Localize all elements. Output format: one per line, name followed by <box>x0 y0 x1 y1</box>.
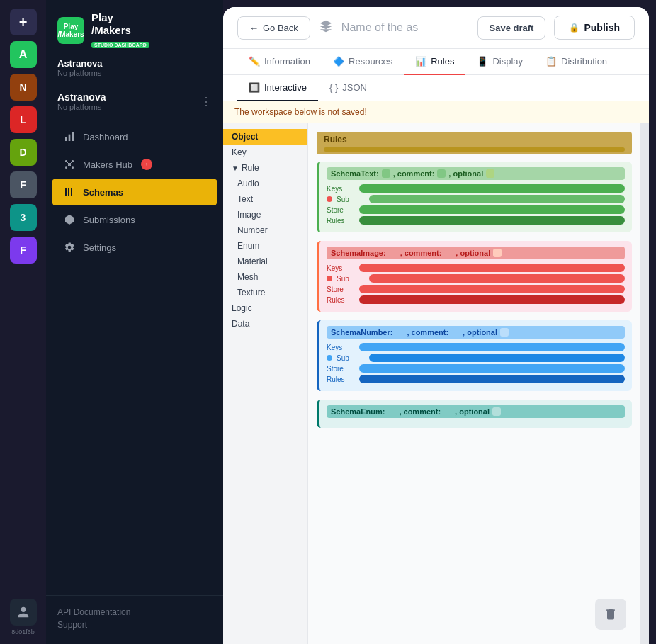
tree-label-mesh: Mesh <box>237 272 258 282</box>
schema-number-block: SchemaNumber: , comment: , optional Keys… <box>317 320 632 391</box>
text-keys-bar <box>359 184 625 193</box>
back-label: Go Back <box>263 23 298 33</box>
json-icon: { } <box>329 82 338 93</box>
sub-tab-json[interactable]: { } JSON <box>318 75 378 101</box>
rules-label: Rules <box>324 135 347 145</box>
tree-label-texture: Texture <box>237 288 265 298</box>
resource-icon: 🔷 <box>333 56 344 67</box>
tree-item-audio[interactable]: Audio <box>223 176 307 191</box>
tree-item-key[interactable]: Key <box>223 145 307 160</box>
support-link[interactable]: Support <box>57 620 212 630</box>
delete-button[interactable] <box>595 599 626 630</box>
avatar-f2[interactable]: F <box>10 237 37 264</box>
org-menu-button[interactable]: ⋮ <box>200 95 212 108</box>
tree-item-text[interactable]: Text <box>223 191 307 207</box>
warning-bar: The workspace below is not saved! <box>223 101 649 123</box>
enum-pill-3 <box>492 407 501 416</box>
tree-item-enum[interactable]: Enum <box>223 238 307 254</box>
display-icon: 📱 <box>477 56 488 67</box>
avatar-l[interactable]: L <box>10 106 37 133</box>
makers-hub-label: Makers Hub <box>83 159 132 170</box>
back-arrow-icon: ← <box>249 23 259 33</box>
number-sub-dot <box>327 355 332 361</box>
tree-item-data[interactable]: Data <box>223 316 307 332</box>
img-pill-3 <box>493 249 502 257</box>
sidebar-nav: Dashboard Makers Hub ! Schemas Submissio… <box>46 117 223 595</box>
tree-item-image[interactable]: Image <box>223 207 307 222</box>
svg-line-8 <box>66 161 69 164</box>
tree-item-mesh[interactable]: Mesh <box>223 269 307 285</box>
schemas-label: Schemas <box>83 187 123 198</box>
tree-item-object[interactable]: Object <box>223 129 307 145</box>
gear-icon <box>63 241 76 254</box>
text-keys-row: Keys <box>327 184 625 193</box>
text-pill-2 <box>437 169 446 178</box>
tab-display[interactable]: 📱 Display <box>465 49 534 75</box>
sidebar-item-makers-hub[interactable]: Makers Hub ! <box>52 151 217 178</box>
profile-button[interactable] <box>10 599 37 626</box>
sidebar-item-submissions[interactable]: Submissions <box>52 206 217 233</box>
text-store-bar <box>359 205 625 214</box>
tab-distribution[interactable]: 📋 Distribution <box>534 49 618 75</box>
svg-rect-0 <box>65 137 67 141</box>
tab-information[interactable]: ✏️ Information <box>237 49 322 75</box>
sidebar-item-dashboard[interactable]: Dashboard <box>52 123 217 150</box>
sidebar-item-schemas[interactable]: Schemas <box>52 179 217 205</box>
save-draft-button[interactable]: Save draft <box>477 16 546 40</box>
vertical-scrollbar[interactable] <box>640 123 649 644</box>
image-sub-dot <box>327 276 332 281</box>
api-docs-link[interactable]: API Documentation <box>57 607 212 617</box>
sidebar-item-settings[interactable]: Settings <box>52 234 217 261</box>
box-icon <box>63 213 76 226</box>
workspace-sub-label: No platforms <box>57 69 103 77</box>
text-pill-1 <box>382 169 390 178</box>
tree-arrow-rule: ▼ <box>232 164 239 172</box>
avatar-3[interactable]: 3 <box>10 204 37 231</box>
image-sub-row: Sub <box>327 274 625 283</box>
add-button[interactable]: + <box>10 9 37 35</box>
text-rules-bar <box>359 216 625 225</box>
back-button[interactable]: ← Go Back <box>237 16 310 40</box>
tree-label-material: Material <box>237 256 268 266</box>
avatar-n[interactable]: N <box>10 74 37 101</box>
tab-rules[interactable]: 📊 Rules <box>404 49 465 75</box>
publish-button[interactable]: 🔒 Publish <box>554 16 635 40</box>
sidebar: Play/Makers Play/Makers STUDIO DASHBOARD… <box>46 0 223 644</box>
schema-name-display: Name of the as <box>341 21 469 34</box>
schema-text-title: SchemaText: , comment: , optional <box>327 167 625 180</box>
sub-tab-interactive[interactable]: 🔲 Interactive <box>237 75 318 101</box>
number-sub-bar <box>369 354 625 362</box>
image-sub-bar <box>369 274 625 283</box>
canvas-area[interactable]: Rules SchemaText: , comment: , optional … <box>308 123 640 644</box>
tree-item-number[interactable]: Number <box>223 222 307 238</box>
img-pill-1 <box>389 249 397 257</box>
sidebar-footer: API Documentation Support <box>46 595 223 644</box>
chart-icon <box>63 130 76 143</box>
rules-header: Rules <box>317 132 632 154</box>
page-header: ← Go Back Name of the as Save draft 🔒 Pu… <box>223 7 649 49</box>
avatar-a[interactable]: A <box>10 41 37 68</box>
image-keys-bar <box>359 264 625 272</box>
tree-item-material[interactable]: Material <box>223 254 307 269</box>
tree-label-rule: Rule <box>242 163 259 173</box>
text-store-row: Store <box>327 205 625 214</box>
number-rules-row: Rules <box>327 375 625 383</box>
image-rules-bar <box>359 295 625 304</box>
tree-label-object: Object <box>232 132 258 142</box>
avatar-f1[interactable]: F <box>10 171 37 198</box>
schema-enum-block: SchemaEnum: , comment: , optional <box>317 400 632 428</box>
image-store-row: Store <box>327 285 625 293</box>
enum-pill-2 <box>443 407 452 416</box>
number-rules-bar <box>359 375 625 383</box>
schema-number-title: SchemaNumber: , comment: , optional <box>327 326 625 339</box>
tree-item-logic[interactable]: Logic <box>223 300 307 316</box>
image-keys-row: Keys <box>327 264 625 272</box>
schema-text-block: SchemaText: , comment: , optional Keys S… <box>317 162 632 232</box>
submissions-label: Submissions <box>83 215 135 225</box>
tab-resources[interactable]: 🔷 Resources <box>322 49 404 75</box>
user-id: 8d01f6b <box>11 628 35 635</box>
avatar-d[interactable]: D <box>10 139 37 166</box>
tree-item-rule[interactable]: ▼ Rule <box>223 160 307 176</box>
svg-line-11 <box>69 164 73 168</box>
tree-item-texture[interactable]: Texture <box>223 285 307 300</box>
